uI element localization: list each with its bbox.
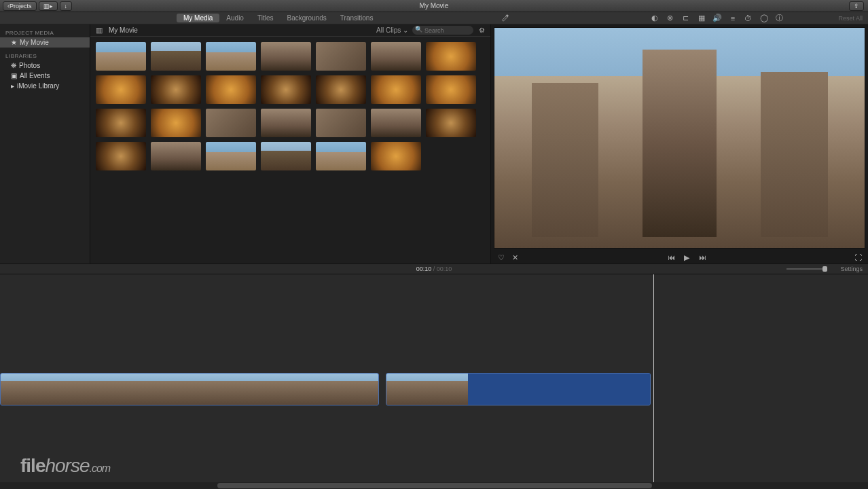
sidebar-item-label: All Events [20, 72, 50, 79]
sidebar-item-my-movie[interactable]: ★ My Movie [0, 37, 90, 48]
total-time: 00:10 [437, 266, 452, 272]
color-balance-icon[interactable]: ◐ [650, 14, 659, 22]
timeline-clip-2[interactable] [386, 373, 651, 405]
reject-x-icon[interactable]: ✕ [511, 253, 520, 262]
media-thumbnail[interactable] [316, 109, 366, 137]
media-thumbnail[interactable] [426, 109, 476, 137]
media-thumbnail[interactable] [261, 75, 311, 104]
media-thumbnail[interactable] [151, 109, 201, 137]
tab-transitions[interactable]: Transitions [333, 14, 380, 22]
media-thumbnail[interactable] [96, 109, 146, 137]
timecode-display: 00:10 / 00:10 [416, 266, 452, 272]
media-thumbnail[interactable] [96, 75, 146, 104]
zoom-slider[interactable] [786, 268, 827, 270]
browser-breadcrumb: My Movie [109, 26, 138, 34]
sidebar-item-label: My Movie [20, 39, 49, 46]
watermark-text-1: file [20, 455, 45, 476]
sidebar-item-photos[interactable]: ❋ Photos [0, 60, 90, 71]
library-icon: ▥▸ [43, 3, 53, 10]
timeline-settings-button[interactable]: Settings [840, 266, 863, 272]
media-thumbnail[interactable] [151, 75, 201, 104]
timeline[interactable]: filehorse.com [0, 274, 868, 489]
play-icon[interactable]: ▶ [683, 253, 691, 262]
media-thumbnail[interactable] [371, 142, 421, 170]
video-track [0, 373, 651, 408]
stabilize-icon[interactable]: ▦ [697, 14, 706, 22]
media-thumbnail[interactable] [206, 109, 256, 137]
scrollbar-thumb[interactable] [217, 483, 652, 488]
timecode-bar: 00:10 / 00:10 Settings [0, 264, 868, 274]
browser-header: ▥ My Movie All Clips ⌄ 🔍 ⚙ [90, 24, 490, 37]
sidebar: PROJECT MEDIA ★ My Movie LIBRARIES ❋ Pho… [0, 24, 90, 264]
media-thumbnail[interactable] [206, 42, 256, 71]
info-icon[interactable]: ⓘ [775, 14, 784, 22]
color-correction-icon[interactable]: ⊗ [666, 14, 674, 22]
preview-canvas[interactable] [494, 27, 865, 249]
horizontal-scrollbar[interactable] [0, 482, 868, 489]
search-icon: 🔍 [415, 26, 422, 33]
enhance-wand-icon[interactable] [501, 13, 509, 22]
media-thumbnail[interactable] [206, 75, 256, 104]
tab-audio[interactable]: Audio [219, 14, 251, 22]
tab-backgrounds[interactable]: Backgrounds [280, 14, 333, 22]
viewer-adjustment-tools: ◐ ⊗ ⊏ ▦ 🔊 ≡ ⏱ ◯ ⓘ Reset All [650, 14, 863, 22]
crop-icon[interactable]: ⊏ [681, 14, 690, 22]
sidebar-heading-libraries: LIBRARIES [0, 52, 90, 60]
timeline-clip-1[interactable] [0, 373, 379, 405]
prev-frame-icon[interactable]: ⏮ [667, 253, 676, 262]
share-button[interactable]: ⇪ [849, 1, 864, 11]
media-thumbnail[interactable] [316, 75, 366, 104]
speed-icon[interactable]: ⏱ [744, 14, 753, 22]
media-thumbnail[interactable] [96, 142, 146, 170]
media-thumbnail[interactable] [426, 42, 476, 71]
preview-viewer: ♡ ✕ ⏮ ▶ ⏭ ⛶ [491, 24, 868, 264]
playhead[interactable] [653, 274, 654, 489]
list-toggle-icon[interactable]: ▥ [94, 26, 103, 35]
fullscreen-icon[interactable]: ⛶ [854, 253, 863, 262]
next-frame-icon[interactable]: ⏭ [698, 253, 707, 262]
share-icon: ⇪ [854, 3, 859, 10]
media-thumbnail[interactable] [371, 109, 421, 137]
watermark: filehorse.com [20, 455, 110, 477]
media-thumbnail[interactable] [151, 42, 201, 71]
download-icon: ↓ [65, 3, 68, 10]
volume-icon[interactable]: 🔊 [712, 14, 721, 22]
settings-gear-icon[interactable]: ⚙ [477, 26, 486, 35]
media-thumbnail[interactable] [151, 142, 201, 170]
media-thumbnail[interactable] [316, 142, 366, 170]
media-thumbnail[interactable] [261, 109, 311, 137]
filter-label: All Clips [376, 26, 401, 34]
events-icon: ▣ [11, 72, 17, 79]
media-thumbnail[interactable] [96, 42, 146, 71]
library-toggle-button[interactable]: ▥▸ [39, 1, 58, 11]
media-tabs: My Media Audio Titles Backgrounds Transi… [177, 14, 380, 22]
media-browser: ▥ My Movie All Clips ⌄ 🔍 ⚙ [90, 24, 491, 264]
back-label: Projects [10, 3, 32, 10]
media-thumbnail[interactable] [261, 42, 311, 71]
favorite-heart-icon[interactable]: ♡ [496, 253, 505, 262]
chevron-right-icon: ▸ [11, 82, 14, 90]
sidebar-item-imovie-library[interactable]: ▸ iMovie Library [0, 81, 90, 91]
tab-titles[interactable]: Titles [251, 14, 281, 22]
back-projects-button[interactable]: ‹ Projects [3, 1, 37, 11]
sidebar-item-all-events[interactable]: ▣ All Events [0, 71, 90, 81]
import-button[interactable]: ↓ [60, 1, 73, 11]
clip-filter-icon[interactable]: ◯ [759, 14, 768, 22]
project-title: My Movie [420, 2, 449, 10]
sidebar-item-label: iMovie Library [17, 82, 59, 90]
noise-reduction-icon[interactable]: ≡ [728, 14, 737, 22]
sidebar-item-label: Photos [19, 62, 40, 69]
tab-my-media[interactable]: My Media [177, 14, 219, 22]
reset-all-label[interactable]: Reset All [838, 15, 863, 22]
media-thumbnail[interactable] [206, 142, 256, 170]
title-bar: ‹ Projects ▥▸ ↓ My Movie ⇪ [0, 0, 868, 12]
media-thumbnail[interactable] [426, 75, 476, 104]
sidebar-heading-project-media: PROJECT MEDIA [0, 29, 90, 37]
secondary-toolbar: My Media Audio Titles Backgrounds Transi… [0, 12, 868, 24]
media-thumbnail[interactable] [371, 75, 421, 104]
media-thumbnail[interactable] [316, 42, 366, 71]
media-thumbnail[interactable] [371, 42, 421, 71]
media-thumbnail[interactable] [261, 142, 311, 170]
watermark-tld: .com [90, 463, 111, 474]
filter-dropdown[interactable]: All Clips ⌄ [376, 26, 408, 34]
